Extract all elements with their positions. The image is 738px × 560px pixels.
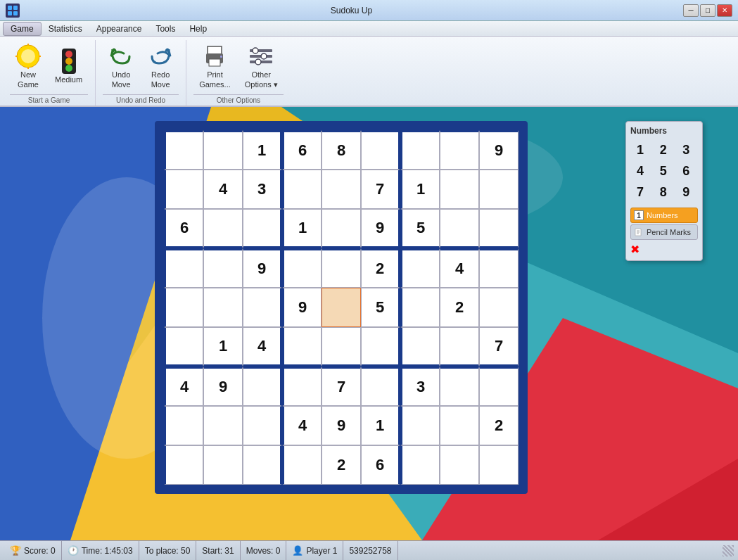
cell-3-1[interactable]	[203, 248, 243, 288]
undo-button[interactable]: UndoMove	[103, 41, 139, 91]
cell-6-0[interactable]: 4	[164, 367, 203, 406]
cell-0-5[interactable]	[361, 130, 400, 170]
new-game-button[interactable]: NewGame	[10, 41, 46, 91]
cell-4-3[interactable]: 9	[282, 288, 322, 327]
menu-statistics[interactable]: Statistics	[42, 23, 89, 35]
cell-3-6[interactable]	[400, 248, 440, 288]
cell-5-3[interactable]	[282, 327, 322, 367]
cell-6-3[interactable]	[282, 367, 322, 406]
cell-8-3[interactable]	[282, 445, 322, 485]
cell-1-2[interactable]: 3	[243, 170, 282, 209]
menu-game[interactable]: Game	[3, 22, 42, 36]
cell-7-4[interactable]: 9	[322, 406, 361, 445]
cell-5-5[interactable]	[361, 327, 400, 367]
cell-2-4[interactable]	[322, 209, 361, 248]
num-btn-3[interactable]: 3	[676, 140, 696, 160]
cell-6-6[interactable]: 3	[400, 367, 440, 406]
cell-7-8[interactable]: 2	[479, 406, 518, 445]
cell-8-1[interactable]	[203, 445, 243, 485]
options-button[interactable]: OtherOptions ▾	[239, 41, 284, 91]
cell-7-1[interactable]	[203, 406, 243, 445]
cell-0-3[interactable]: 6	[282, 130, 322, 170]
cell-4-5[interactable]: 5	[361, 288, 400, 327]
num-btn-1[interactable]: 1	[630, 140, 650, 160]
cell-7-0[interactable]	[164, 406, 203, 445]
cell-1-0[interactable]	[164, 170, 203, 209]
cell-4-2[interactable]	[243, 288, 282, 327]
cell-0-2[interactable]: 1	[243, 130, 282, 170]
num-btn-5[interactable]: 5	[654, 161, 673, 181]
cell-8-7[interactable]	[440, 445, 479, 485]
mode-numbers-button[interactable]: 1 Numbers	[630, 208, 698, 223]
cell-3-4[interactable]	[322, 248, 361, 288]
window-controls[interactable]: ─ □ ✕	[683, 4, 732, 17]
cell-6-5[interactable]	[361, 367, 400, 406]
cell-0-6[interactable]	[400, 130, 440, 170]
cell-8-8[interactable]	[479, 445, 518, 485]
menu-appearance[interactable]: Appearance	[89, 23, 149, 35]
cell-1-4[interactable]	[322, 170, 361, 209]
cell-5-0[interactable]	[164, 327, 203, 367]
cell-2-3[interactable]: 1	[282, 209, 322, 248]
cell-1-6[interactable]: 1	[400, 170, 440, 209]
cell-1-5[interactable]: 7	[361, 170, 400, 209]
cell-2-8[interactable]	[479, 209, 518, 248]
cell-7-5[interactable]: 1	[361, 406, 400, 445]
num-btn-2[interactable]: 2	[654, 140, 673, 160]
cell-3-2[interactable]: 9	[243, 248, 282, 288]
num-btn-6[interactable]: 6	[676, 161, 696, 181]
cell-0-0[interactable]	[164, 130, 203, 170]
cell-5-2[interactable]: 4	[243, 327, 282, 367]
cell-8-4[interactable]: 2	[322, 445, 361, 485]
close-button[interactable]: ✕	[717, 4, 732, 17]
cell-1-1[interactable]: 4	[203, 170, 243, 209]
cell-3-0[interactable]	[164, 248, 203, 288]
cell-2-6[interactable]: 5	[400, 209, 440, 248]
cell-7-6[interactable]	[400, 406, 440, 445]
num-btn-4[interactable]: 4	[630, 161, 650, 181]
difficulty-button[interactable]: Medium	[49, 46, 88, 87]
num-btn-8[interactable]: 8	[654, 182, 673, 202]
menu-tools[interactable]: Tools	[148, 23, 182, 35]
cell-6-1[interactable]: 9	[203, 367, 243, 406]
cell-0-8[interactable]: 9	[479, 130, 518, 170]
delete-button[interactable]: ✖	[630, 243, 698, 256]
cell-4-6[interactable]	[400, 288, 440, 327]
cell-6-2[interactable]	[243, 367, 282, 406]
cell-2-0[interactable]: 6	[164, 209, 203, 248]
cell-8-5[interactable]: 6	[361, 445, 400, 485]
cell-6-4[interactable]: 7	[322, 367, 361, 406]
cell-5-8[interactable]: 7	[479, 327, 518, 367]
cell-7-3[interactable]: 4	[282, 406, 322, 445]
cell-1-3[interactable]	[282, 170, 322, 209]
mode-pencil-button[interactable]: Pencil Marks	[630, 224, 698, 240]
cell-0-4[interactable]: 8	[322, 130, 361, 170]
cell-6-8[interactable]	[479, 367, 518, 406]
cell-5-6[interactable]	[400, 327, 440, 367]
cell-3-5[interactable]: 2	[361, 248, 400, 288]
cell-1-8[interactable]	[479, 170, 518, 209]
cell-6-7[interactable]	[440, 367, 479, 406]
cell-4-4[interactable]	[322, 288, 361, 327]
cell-3-8[interactable]	[479, 248, 518, 288]
cell-8-6[interactable]	[400, 445, 440, 485]
print-button[interactable]: PrintGames...	[193, 41, 236, 91]
cell-8-0[interactable]	[164, 445, 203, 485]
num-btn-7[interactable]: 7	[630, 182, 650, 202]
cell-0-7[interactable]	[440, 130, 479, 170]
cell-5-1[interactable]: 1	[203, 327, 243, 367]
cell-2-2[interactable]	[243, 209, 282, 248]
cell-8-2[interactable]	[243, 445, 282, 485]
redo-button[interactable]: RedoMove	[142, 41, 179, 91]
cell-4-7[interactable]: 2	[440, 288, 479, 327]
cell-5-4[interactable]	[322, 327, 361, 367]
cell-4-0[interactable]	[164, 288, 203, 327]
cell-3-3[interactable]	[282, 248, 322, 288]
cell-5-7[interactable]	[440, 327, 479, 367]
cell-7-7[interactable]	[440, 406, 479, 445]
num-btn-9[interactable]: 9	[676, 182, 696, 202]
maximize-button[interactable]: □	[700, 4, 715, 17]
cell-4-1[interactable]	[203, 288, 243, 327]
menu-help[interactable]: Help	[182, 23, 214, 35]
cell-1-7[interactable]	[440, 170, 479, 209]
